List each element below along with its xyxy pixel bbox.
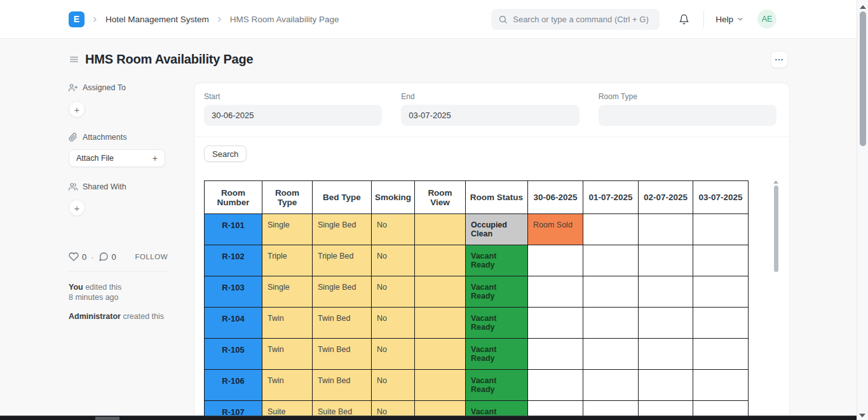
room-view-cell — [415, 245, 466, 276]
room-status-cell: Vacant Ready — [466, 276, 528, 308]
smoking-cell: No — [372, 245, 415, 276]
scrollbar-down-arrow-icon[interactable] — [859, 414, 865, 417]
room-status-cell: Vacant Ready — [466, 245, 528, 276]
bed-type-cell: Twin Bed — [313, 308, 372, 339]
dot-separator: · — [91, 252, 93, 262]
comment-icon[interactable] — [98, 252, 109, 262]
created-action: created this — [123, 312, 164, 321]
edited-activity: You edited this 8 minutes ago — [69, 282, 168, 302]
room-number-cell: R-105 — [205, 339, 262, 370]
room-view-cell — [415, 339, 466, 370]
add-share-button[interactable]: + — [69, 200, 85, 216]
follow-button[interactable]: FOLLOW — [135, 253, 168, 261]
vertical-scrollbar[interactable] — [857, 0, 868, 420]
edited-by: You — [69, 283, 83, 292]
date-availability-cell — [583, 276, 639, 308]
room-view-cell — [415, 308, 466, 339]
date-availability-cell — [639, 339, 693, 370]
bed-type-cell: Single Bed — [313, 214, 372, 245]
table-row: R-105TwinTwin BedNoVacant Ready — [205, 339, 749, 370]
vertical-scrollbar-thumb[interactable] — [860, 11, 866, 146]
room-view-cell — [415, 370, 466, 401]
column-header: 02-07-2025 — [639, 181, 693, 214]
room-status-cell: Vacant Ready — [466, 401, 528, 417]
start-label: Start — [204, 92, 382, 101]
date-availability-cell — [639, 245, 693, 276]
room-type-cell: Single — [262, 276, 313, 308]
chevron-right-icon — [91, 15, 99, 24]
bed-type-cell: Single Bed — [313, 276, 372, 308]
room-status-cell: Occupied Clean — [466, 214, 528, 245]
chevron-right-icon — [215, 15, 224, 24]
end-label: End — [401, 92, 579, 101]
column-header: 03-07-2025 — [693, 181, 749, 214]
search-input[interactable] — [513, 15, 653, 24]
room-type-input[interactable] — [599, 105, 776, 126]
horizontal-scrollbar-thumb[interactable] — [95, 417, 119, 420]
more-options-button[interactable]: ... — [771, 51, 788, 68]
table-scrollbar[interactable] — [773, 180, 778, 416]
start-date-input[interactable] — [204, 105, 382, 126]
column-header: 30-06-2025 — [528, 181, 583, 214]
date-availability-cell — [583, 339, 639, 370]
user-avatar[interactable]: AE — [757, 10, 776, 29]
table-row: R-102TripleTriple BedNoVacant Ready — [205, 245, 749, 276]
room-number-cell: R-102 — [205, 245, 262, 276]
scrollbar-up-arrow-icon[interactable] — [860, 5, 866, 9]
navbar: E Hotel Management System HMS Room Avail… — [0, 0, 857, 39]
breadcrumb-item-hotel-management-system[interactable]: Hotel Management System — [105, 15, 209, 24]
column-header: Room View — [415, 181, 466, 214]
plus-icon: + — [153, 153, 158, 163]
attach-file-button[interactable]: Attach File + — [69, 149, 165, 167]
room-type-cell: Triple — [262, 245, 313, 276]
room-type-cell: Twin — [262, 370, 313, 401]
users-icon — [69, 182, 78, 191]
date-availability-cell — [528, 308, 583, 339]
column-header: Room Status — [466, 181, 528, 214]
attachments-label: Attachments — [83, 133, 126, 142]
date-availability-cell — [528, 276, 583, 308]
menu-hamburger-icon[interactable] — [69, 54, 79, 65]
room-number-cell: R-107 — [205, 401, 262, 417]
date-availability-cell — [639, 308, 693, 339]
room-type-field: Room Type — [599, 92, 776, 126]
app-logo[interactable]: E — [69, 11, 85, 27]
room-type-cell: Suite — [262, 401, 313, 417]
room-view-cell — [415, 276, 466, 308]
date-availability-cell — [693, 339, 749, 370]
column-header: Room Number — [205, 181, 262, 214]
assigned-to-label: Assigned To — [83, 83, 126, 92]
date-availability-cell — [639, 370, 693, 401]
help-menu[interactable]: Help — [715, 15, 744, 24]
room-type-label: Room Type — [599, 92, 776, 101]
date-availability-cell — [528, 370, 583, 401]
table-header-row: Room NumberRoom TypeBed TypeSmokingRoom … — [205, 181, 749, 214]
table-scrollbar-thumb[interactable] — [774, 186, 778, 272]
end-date-input[interactable] — [401, 105, 579, 126]
room-type-cell: Twin — [262, 308, 313, 339]
horizontal-scrollbar[interactable] — [0, 416, 857, 420]
room-availability-card: Start End Room Type Search Room NumberRo… — [194, 83, 790, 416]
room-type-cell: Single — [262, 214, 313, 245]
comments-count: 0 — [112, 252, 116, 262]
room-number-cell: R-103 — [205, 276, 262, 308]
date-availability-cell — [528, 401, 583, 417]
date-availability-cell — [693, 214, 749, 245]
notifications-bell-icon[interactable] — [679, 14, 689, 25]
sidebar-divider — [69, 271, 168, 272]
attach-file-label: Attach File — [76, 154, 114, 163]
date-availability-cell — [583, 214, 639, 245]
search-button[interactable]: Search — [204, 146, 247, 162]
add-assignment-button[interactable]: + — [69, 101, 85, 118]
heart-icon[interactable] — [69, 252, 79, 262]
global-search[interactable] — [491, 9, 660, 30]
scroll-up-arrow-icon[interactable] — [773, 180, 778, 184]
created-activity: Administrator created this — [69, 311, 168, 322]
date-availability-cell — [583, 401, 639, 417]
room-view-cell — [415, 401, 466, 417]
edited-time: 8 minutes ago — [69, 293, 119, 302]
paperclip-icon — [69, 133, 78, 142]
smoking-cell: No — [372, 370, 415, 401]
date-availability-cell — [639, 276, 693, 308]
room-status-cell: Vacant Ready — [466, 339, 528, 370]
